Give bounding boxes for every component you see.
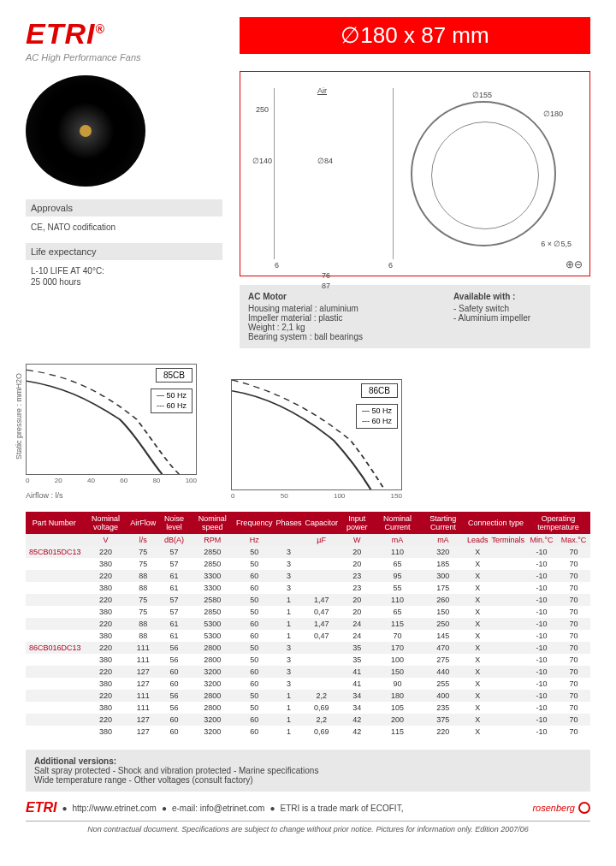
table-row: 380755728505010,472065150X-1070 [26, 606, 590, 618]
rosenberg-icon [578, 802, 590, 814]
dimension-banner: ∅180 x 87 mm [240, 17, 590, 54]
life-header: Life expectancy [26, 243, 222, 260]
table-row: 2201276032006012,242200375X-1070 [26, 714, 590, 726]
brand-logo: ETRI® [26, 17, 222, 50]
table-row: 2201115628005012,234180400X-1070 [26, 690, 590, 702]
table-row: 3801276032006010,6942115220X-1070 [26, 726, 590, 738]
projection-icons: ⊕⊖ [566, 258, 583, 270]
table-row: 220886133006032395300X-1070 [26, 570, 590, 582]
chart-86cb: 86CB — 50 Hz--- 60 Hz 050100150 [231, 379, 402, 500]
table-row: 380755728505032065185X-1070 [26, 558, 590, 570]
additional-versions: Additional versions: Salt spray protecte… [26, 750, 590, 792]
footer: ETRI ● http://www.etrinet.com ● e-mail: … [26, 800, 590, 816]
table-row: 220755725805011,4720110260X-1070 [26, 594, 590, 606]
life-body: L-10 LIFE AT 40°C: 25 000 hours [26, 264, 222, 298]
table-row: 38011156280050335100275X-1070 [26, 654, 590, 666]
disclaimer: Non contractual document. Specifications… [26, 821, 590, 833]
table-row: 85CB015DC132207557285050320110320X-1070 [26, 546, 590, 558]
tagline: AC High Performance Fans [26, 52, 222, 62]
table-row: 22012760320060341150440X-1070 [26, 666, 590, 678]
chart-85cb: Static pressure : mmH2O 85CB — 50 Hz--- … [26, 364, 197, 500]
product-photo [26, 75, 145, 187]
table-row: 3801276032006034190255X-1070 [26, 678, 590, 690]
table-row: 380886153006010,472470145X-1070 [26, 630, 590, 642]
motor-specs: AC Motor Housing material : aluminium Im… [240, 285, 590, 348]
table-row: 3801115628005010,6934105235X-1070 [26, 702, 590, 714]
approvals-body: CE, NATO codification [26, 220, 222, 243]
specifications-table: Part Number Nominal voltage AirFlow Nois… [26, 512, 590, 738]
technical-drawing: Air 250 ∅140 ∅84 6 6 76 87 ∅155 ∅180 6 ×… [240, 71, 590, 276]
table-row: 86CB016DC1322011156280050335170470X-1070 [26, 642, 590, 654]
approvals-header: Approvals [26, 199, 222, 216]
performance-charts: Static pressure : mmH2O 85CB — 50 Hz--- … [26, 364, 590, 500]
table-row: 380886133006032355175X-1070 [26, 582, 590, 594]
table-row: 220886153006011,4724115250X-1070 [26, 618, 590, 630]
